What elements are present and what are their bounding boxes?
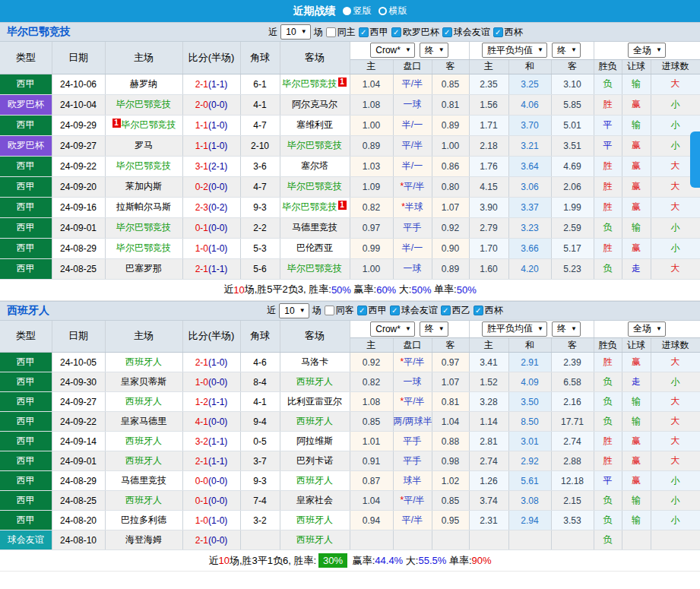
goals-outcome: 大	[651, 74, 700, 94]
team-section-header: 毕尔巴鄂竞技近10▼场同主西甲欧罗巴杯球会友谊西杯	[0, 22, 700, 42]
avg-group-header: 胜平负均值▼终▼	[469, 321, 594, 338]
avg-draw: 2.94	[508, 511, 551, 530]
home-team: 西班牙人	[105, 491, 182, 511]
filter-league-checkbox-3[interactable]: 西杯	[493, 26, 523, 39]
avg-away: 6.58	[551, 372, 594, 392]
bookmaker-select[interactable]: Crow*▼	[370, 321, 415, 337]
summary-segment: 场,胜5平2负3, 胜率:	[245, 283, 331, 296]
halftime-score: (0-0)	[208, 223, 227, 233]
fulltime-score: 1-0	[195, 515, 208, 526]
filter-league-checkbox-0[interactable]: 西甲	[359, 26, 388, 39]
away-team-name: 巴列卡诺	[296, 455, 333, 466]
away-team: 比利亚雷亚尔	[280, 392, 350, 412]
away-team: 巴列卡诺	[280, 451, 350, 471]
filter-league-checkbox-1[interactable]: 球会友谊	[390, 304, 438, 317]
scope-select[interactable]: 全场▼	[628, 43, 666, 58]
score: 2-3(0-2)	[182, 197, 240, 217]
goals-outcome: 大	[651, 451, 700, 471]
scope-group-header: 全场▼	[594, 42, 700, 59]
period-select[interactable]: 终▼	[420, 43, 448, 58]
odds-away: 0.89	[432, 258, 469, 279]
avg-odds-select[interactable]: 胜平负均值▼	[482, 43, 547, 58]
team-title: 西班牙人	[7, 304, 49, 318]
away-team-name: 巴伦西亚	[296, 242, 333, 253]
column-header: 日期	[52, 42, 105, 74]
filter-league-checkbox-2[interactable]: 西乙	[441, 304, 470, 317]
period-select-2-value: 终	[557, 322, 566, 335]
match-date: 24-09-01	[52, 217, 105, 238]
avg-home: 1.71	[469, 115, 508, 135]
scope-select-value: 全场	[633, 322, 651, 335]
home-team: 巴塞罗那	[105, 258, 182, 279]
away-team: 阿拉维斯	[280, 432, 350, 451]
home-team-name: 巴塞罗那	[125, 263, 162, 274]
avg-away: 2.06	[551, 176, 594, 197]
corner-score: 9-3	[240, 471, 280, 491]
summary-segment: 大:	[403, 554, 418, 568]
sub-column-header: 盘口	[393, 59, 432, 74]
scope-select[interactable]: 全场▼	[628, 321, 666, 337]
matches-table: 类型日期主场比分(半场)角球客场Crow*▼终▼胜平负均值▼终▼全场▼主盘口客主…	[0, 321, 700, 551]
away-team: 巴伦西亚	[280, 238, 350, 258]
avg-home: 1.14	[469, 412, 508, 432]
odds-away: 0.81	[432, 392, 469, 412]
odds-handicap: *半球	[393, 197, 432, 217]
radio-unselected-icon	[379, 7, 387, 15]
corner-score: 0-5	[240, 432, 280, 451]
odds-handicap: *平/半	[393, 176, 432, 197]
odds-home: 1.09	[350, 176, 393, 197]
avg-away	[551, 530, 594, 550]
filter-same-venue-checkbox[interactable]: 同主	[326, 26, 356, 39]
halftime-score: (1-1)	[208, 436, 227, 447]
bookmaker-select[interactable]: Crow*▼	[370, 43, 415, 58]
avg-odds-select[interactable]: 胜平负均值▼	[482, 321, 547, 337]
odds-away: 0.89	[432, 115, 469, 135]
odds-home: 0.82	[350, 197, 393, 217]
odds-handicap: 半/一	[393, 238, 432, 258]
away-team: 毕尔巴鄂竞技	[280, 176, 350, 197]
filter-same-venue-checkbox[interactable]: 同客	[325, 304, 354, 317]
avg-away: 2.59	[551, 217, 594, 238]
league-badge: 西甲	[0, 372, 52, 392]
radio-vertical-layout[interactable]: 竖版	[343, 5, 372, 17]
avg-home: 2.35	[469, 74, 508, 94]
match-count-select[interactable]: 10▼	[280, 24, 310, 40]
filter-same-venue-checkbox-label: 同主	[337, 26, 356, 39]
fulltime-score: 4-1	[195, 416, 208, 427]
handicap-text: 平/半	[404, 181, 424, 192]
home-team-name: 莱加内斯	[125, 181, 162, 192]
filter-league-checkbox-0[interactable]: 西甲	[357, 304, 387, 317]
away-team-name: 塞维利亚	[296, 119, 333, 130]
fulltime-score: 2-1	[195, 264, 208, 274]
period-select-2[interactable]: 终▼	[552, 321, 581, 337]
avg-home: 1.56	[469, 94, 508, 115]
avg-odds-select-value: 胜平负均值	[487, 322, 533, 335]
filter-league-checkbox-2[interactable]: 球会友谊	[442, 26, 490, 39]
radio-horizontal-layout[interactable]: 横版	[379, 5, 407, 17]
odds-handicap: 一球	[393, 258, 432, 279]
home-team: 毕尔巴鄂竞技	[105, 238, 182, 258]
odds-home: 1.04	[350, 491, 393, 511]
filter-league-checkbox-3-label: 西杯	[505, 26, 523, 39]
away-team: 西班牙人	[280, 372, 350, 392]
odds-home: 0.82	[350, 372, 393, 392]
goals-outcome: 大	[651, 412, 700, 432]
filter-league-checkbox-3-label: 西杯	[485, 304, 503, 317]
avg-draw: 3.64	[508, 156, 551, 176]
filter-league-checkbox-3[interactable]: 西杯	[474, 304, 503, 317]
match-row: 西甲24-09-22皇家马德里4-1(0-0)9-4西班牙人0.85两/两球半1…	[0, 412, 700, 432]
score: 2-1(1-0)	[182, 353, 240, 372]
match-row: 西甲24-09-01西班牙人2-1(1-1)3-7巴列卡诺0.91平手0.982…	[0, 451, 700, 471]
fulltime-score: 1-0	[195, 243, 208, 254]
scrollbar-thumb[interactable]	[690, 131, 700, 188]
filter-league-checkbox-1[interactable]: 欧罗巴杯	[391, 26, 439, 39]
period-select[interactable]: 终▼	[420, 321, 448, 337]
away-team-name: 西班牙人	[296, 416, 333, 426]
avg-away: 2.39	[551, 353, 594, 372]
match-count-select[interactable]: 10▼	[279, 303, 309, 318]
team-section-1: 毕尔巴鄂竞技近10▼场同主西甲欧罗巴杯球会友谊西杯类型日期主场比分(半场)角球客…	[0, 22, 700, 301]
filter-league-checkbox-2-label: 西乙	[452, 304, 470, 317]
period-select-2[interactable]: 终▼	[552, 43, 581, 58]
away-team-name: 西班牙人	[296, 376, 333, 387]
score: 4-1(0-0)	[182, 412, 240, 432]
